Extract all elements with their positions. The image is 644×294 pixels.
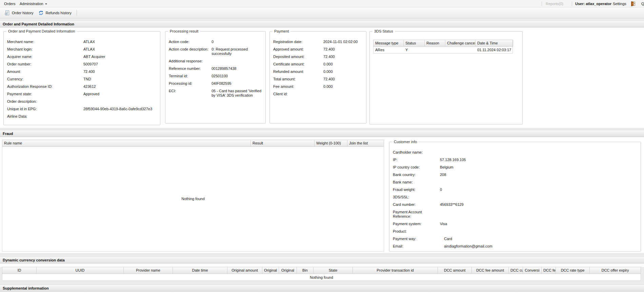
open-door-exit-icon[interactable] xyxy=(630,1,636,7)
field-label: Amount: xyxy=(7,70,83,74)
field-label: Client id: xyxy=(273,92,323,96)
field-value: 72.400 xyxy=(323,47,363,52)
column-header[interactable]: Original amount xyxy=(227,267,262,274)
field-row: Merchant name:ATLAX xyxy=(7,40,157,44)
field-value: ATLAX xyxy=(83,40,157,44)
field-label: Payment state: xyxy=(7,92,83,96)
field-row: 3DS/SSL: xyxy=(393,195,637,199)
field-row: Certificate amount:0.000 xyxy=(273,62,363,66)
field-label: Total amount: xyxy=(273,77,323,81)
column-header[interactable]: DCC fee amount xyxy=(472,267,509,274)
field-label: IP: xyxy=(393,158,440,162)
field-row: Refunded amount:0.000 xyxy=(273,70,363,74)
column-header[interactable]: Reason xyxy=(425,40,445,46)
column-header[interactable]: Original xyxy=(279,267,297,274)
field-value xyxy=(83,114,157,119)
column-header[interactable]: Date time xyxy=(173,267,227,274)
column-header[interactable]: ID xyxy=(2,267,37,274)
column-header[interactable]: Message type xyxy=(374,40,404,46)
field-value xyxy=(440,150,637,155)
order-info-rows: Merchant name:ATLAXMerchant login:ATLAXA… xyxy=(4,32,160,119)
processing-result-legend: Processing result xyxy=(168,29,200,33)
field-row: Email:aindiagformation@gmail.com xyxy=(393,244,637,249)
menu-orders[interactable]: Orders xyxy=(2,0,18,7)
menubar-separator xyxy=(542,1,542,6)
column-header[interactable]: Date & Time xyxy=(476,40,513,46)
field-label: Payment Account Reference: xyxy=(393,210,440,219)
payment-fieldset: Payment Registration date:2024-11-01 02:… xyxy=(269,31,366,123)
field-label: Approved amount: xyxy=(273,47,323,52)
chevron-down-icon xyxy=(45,3,47,5)
field-value: aindiagformation@gmail.com xyxy=(440,244,637,249)
refunds-history-button[interactable]: Refunds history xyxy=(36,9,74,17)
field-row: Acquirer name:ABT Acquirer xyxy=(7,55,157,59)
order-history-button[interactable]: Order history xyxy=(2,9,36,17)
field-label: Refunded amount: xyxy=(273,70,323,74)
column-header[interactable]: Weight (0-100) xyxy=(315,140,347,146)
field-label: Acquirer name: xyxy=(7,55,83,59)
dcc-grid-header: IDUUIDProvider nameDate timeOriginal amo… xyxy=(2,267,641,274)
menu-administration[interactable]: Administration xyxy=(18,0,49,7)
column-header[interactable]: State xyxy=(314,267,353,274)
column-header[interactable]: Bin xyxy=(297,267,314,274)
column-header[interactable]: DCC amount xyxy=(438,267,472,274)
field-value xyxy=(440,229,637,234)
field-label: Action code: xyxy=(169,40,212,44)
field-label: ECI: xyxy=(169,89,212,98)
field-row: Approved amount:72.400 xyxy=(273,47,363,52)
field-value: Visa xyxy=(440,222,637,226)
field-label: Certificate amount: xyxy=(273,62,323,66)
field-row: Client id: xyxy=(273,92,363,96)
customer-info-rows: Cardholder name:IP:57.128.169.105IP coun… xyxy=(389,142,641,249)
field-label: Order description: xyxy=(7,99,83,104)
field-value: 57.128.169.105 xyxy=(440,158,637,162)
column-header[interactable]: Conversi xyxy=(523,267,542,274)
refunds-history-label: Refunds history xyxy=(46,11,72,15)
column-header[interactable]: Original xyxy=(262,267,279,274)
field-value: 72.400 xyxy=(323,55,363,59)
field-value: 0: Request processed successfully xyxy=(212,47,262,56)
dcc-grid: IDUUIDProvider nameDate timeOriginal amo… xyxy=(2,267,641,281)
column-header[interactable]: Provider transaction id xyxy=(353,267,438,274)
dcc-empty-text: Nothing found xyxy=(2,274,641,281)
menu-quit[interactable]: Quit xyxy=(639,0,644,7)
processing-result-fieldset: Processing result Action code:0Action co… xyxy=(165,31,266,123)
column-header[interactable]: DCC fee xyxy=(542,267,556,274)
field-value: 456933**6129 xyxy=(440,202,637,207)
field-row: Processing id:04IF082595 xyxy=(169,81,262,86)
payment-rows: Registration date:2024-11-01 02:02:00App… xyxy=(270,32,366,96)
field-row: Currency:TND xyxy=(7,77,157,81)
toolbar: Order history Refunds history xyxy=(0,7,644,18)
field-value: 2024-11-01 02:02:00 xyxy=(323,40,363,44)
column-header[interactable]: DCC curr xyxy=(509,267,523,274)
column-header[interactable]: DCC offer expiry xyxy=(590,267,641,274)
column-header[interactable]: Status xyxy=(404,40,425,46)
supplemental-section-header: Supplemental information xyxy=(0,285,644,292)
column-header[interactable]: Join the list xyxy=(347,140,384,146)
column-header[interactable]: UUID xyxy=(37,267,124,274)
column-header[interactable]: Provider name xyxy=(124,267,173,274)
column-header[interactable]: Rule name xyxy=(2,140,251,146)
column-header[interactable]: Challenge cancel xyxy=(445,40,476,46)
field-label: Payment way: xyxy=(393,237,440,241)
field-row: Bank name: xyxy=(393,180,637,184)
field-label: Bank country: xyxy=(393,173,440,177)
order-history-label: Order history xyxy=(12,11,34,15)
column-header[interactable]: Result xyxy=(251,140,315,146)
field-row: Total amount:72.400 xyxy=(273,77,363,81)
blue-circular-arrows-icon xyxy=(38,10,44,16)
menu-settings[interactable]: Settings xyxy=(611,0,628,7)
column-header[interactable]: DCC rate type xyxy=(556,267,590,274)
field-row: Reference number:001289857438 xyxy=(169,66,262,71)
field-value: ATLAX xyxy=(83,47,157,52)
field-row: Order number:5009707 xyxy=(7,62,157,66)
tds-grid-row[interactable]: ARes Y 01.11.2024 02:03:17 xyxy=(373,47,513,54)
field-label: Processing id: xyxy=(169,81,212,86)
tds-cell-message-type: ARes xyxy=(374,47,404,53)
field-label: Unique id in EPG: xyxy=(7,107,83,111)
document-clock-icon xyxy=(4,10,10,16)
field-label: Payment system: xyxy=(393,222,440,226)
field-row: Airline Data: xyxy=(7,114,157,119)
field-row: Action code description:0: Request proce… xyxy=(169,47,262,56)
field-row: Authorization Response ID:423612 xyxy=(7,84,157,89)
